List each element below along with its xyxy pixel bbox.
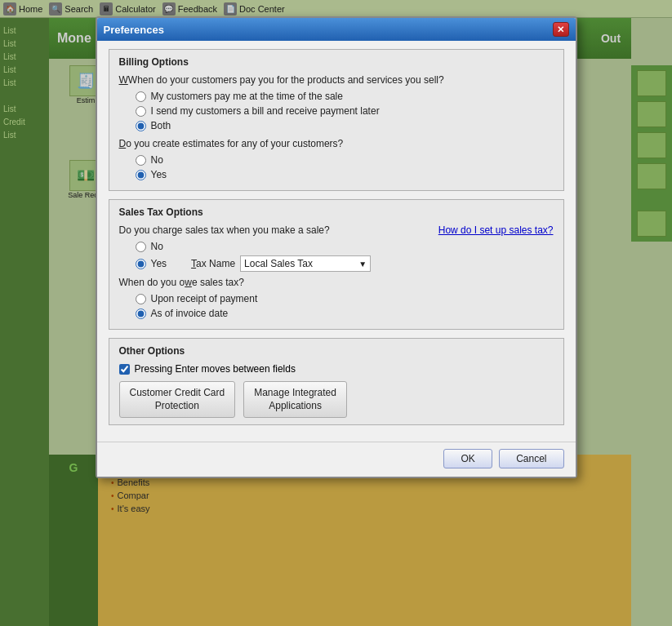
owe-radio-invoice[interactable] [136, 309, 146, 319]
customer-credit-card-button[interactable]: Customer Credit CardProtection [119, 381, 236, 418]
estimates-radio-yes[interactable] [136, 170, 146, 180]
cancel-button[interactable]: Cancel [499, 449, 563, 468]
billing-section-title: Billing Options [119, 56, 554, 68]
dialog-body: Billing Options WWhen do your customers … [97, 41, 576, 442]
preferences-dialog: Preferences ✕ Billing Options WWhen do y… [96, 16, 577, 478]
other-options-title: Other Options [119, 345, 554, 357]
sales-tax-question: Do you charge sales tax when you make a … [119, 224, 330, 236]
billing-radio-1[interactable] [136, 91, 146, 102]
billing-option-3[interactable]: Both [136, 120, 554, 131]
sales-tax-radio-no[interactable] [136, 242, 146, 252]
sales-tax-help-link[interactable]: How do I set up sales tax? [438, 224, 554, 236]
dialog-footer: OK Cancel [97, 442, 576, 477]
owe-question: When do you owe sales tax? [119, 277, 554, 288]
tax-name-label: Tax Name [191, 258, 235, 269]
billing-option-2[interactable]: I send my customers a bill and receive p… [136, 105, 554, 117]
dialog-titlebar: Preferences ✕ [97, 18, 576, 41]
sales-tax-question-row: Do you charge sales tax when you make a … [119, 224, 554, 236]
estimates-option-yes[interactable]: Yes [136, 169, 554, 180]
billing-radio-2[interactable] [136, 106, 146, 117]
estimates-question: Do you create estimates for any of your … [119, 138, 554, 149]
billing-options-section: Billing Options WWhen do your customers … [109, 49, 564, 191]
dialog-title: Preferences [104, 24, 164, 36]
sales-tax-option-no[interactable]: No [136, 241, 554, 252]
enter-key-checkbox[interactable] [119, 364, 130, 375]
billing-question: WWhen do your customers pay you for the … [119, 74, 554, 86]
ok-button[interactable]: OK [443, 449, 492, 468]
estimates-radio-no[interactable] [136, 155, 146, 166]
dropdown-arrow-icon: ▼ [358, 260, 367, 269]
dialog-close-button[interactable]: ✕ [553, 22, 569, 37]
owe-option-receipt[interactable]: Upon receipt of payment [136, 293, 554, 304]
manage-integrated-applications-button[interactable]: Manage IntegratedApplications [243, 381, 347, 418]
dialog-overlay: Preferences ✕ Billing Options WWhen do y… [0, 0, 672, 626]
action-buttons-group: Customer Credit CardProtection Manage In… [119, 381, 554, 418]
billing-option-1[interactable]: My customers pay me at the time of the s… [136, 91, 554, 102]
other-options-section: Other Options Pressing Enter moves betwe… [109, 338, 564, 425]
tax-name-dropdown[interactable]: Local Sales Tax ▼ [240, 255, 371, 272]
owe-radio-group: Upon receipt of payment As of invoice da… [136, 293, 554, 319]
enter-key-option[interactable]: Pressing Enter moves between fields [119, 363, 554, 375]
sales-tax-section: Sales Tax Options Do you charge sales ta… [109, 199, 564, 330]
sales-tax-option-yes[interactable]: Yes Tax Name Local Sales Tax ▼ [136, 255, 554, 272]
estimates-radio-group: No Yes [136, 154, 554, 180]
estimates-option-no[interactable]: No [136, 154, 554, 166]
billing-radio-group: My customers pay me at the time of the s… [136, 91, 554, 131]
sales-tax-radio-group: No Yes Tax Name Local Sales Tax ▼ [136, 241, 554, 272]
sales-tax-title: Sales Tax Options [119, 206, 554, 218]
billing-radio-3[interactable] [136, 121, 146, 131]
sales-tax-radio-yes[interactable] [136, 259, 146, 269]
owe-option-invoice[interactable]: As of invoice date [136, 308, 554, 319]
owe-radio-receipt[interactable] [136, 294, 146, 304]
